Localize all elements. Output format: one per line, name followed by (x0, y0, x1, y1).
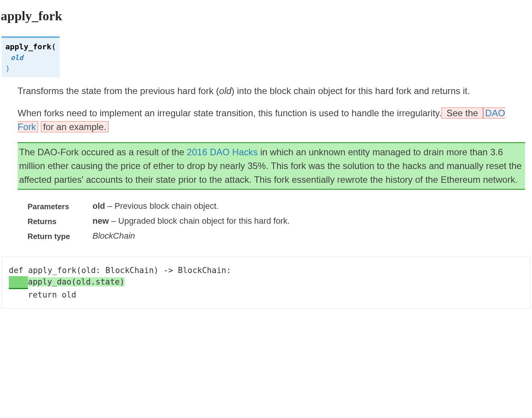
diff-removed-text: for an example. (41, 121, 109, 132)
diff-removed-text: See the (441, 107, 483, 119)
field-returns-body: new – Upgraded block chain object for th… (92, 215, 525, 227)
diff-added-block: The DAO-Fork occured as a result of the … (18, 142, 525, 190)
sig-open-paren: ( (51, 42, 56, 51)
field-parameters-body: old – Previous block chain object. (92, 200, 525, 212)
field-parameters-label: Parameters (28, 200, 92, 212)
field-list: Parameters old – Previous block chain ob… (28, 200, 525, 242)
source-code-block: def apply_fork(old: BlockChain) -> Block… (2, 257, 530, 309)
sig-param-old: old (5, 52, 56, 63)
field-rtype-body: BlockChain (92, 229, 525, 242)
field-returns-label: Returns (28, 215, 92, 227)
sig-name: apply_fork (5, 42, 51, 51)
function-signature: apply_fork( old ) (2, 36, 60, 77)
section-heading: apply_fork (1, 6, 532, 26)
desc-paragraph-1: Transforms the state from the previous h… (18, 84, 525, 98)
diff-added-code: apply_dao(old.state) (28, 277, 125, 286)
desc-paragraph-2: When forks need to implement an irregula… (18, 106, 525, 134)
description-block: Transforms the state from the previous h… (18, 84, 525, 242)
field-rtype-label: Return type (28, 229, 92, 242)
diff-added-indent (9, 276, 28, 289)
dao-hacks-link[interactable]: 2016 DAO Hacks (187, 147, 258, 157)
sig-close-paren: ) (5, 64, 10, 73)
